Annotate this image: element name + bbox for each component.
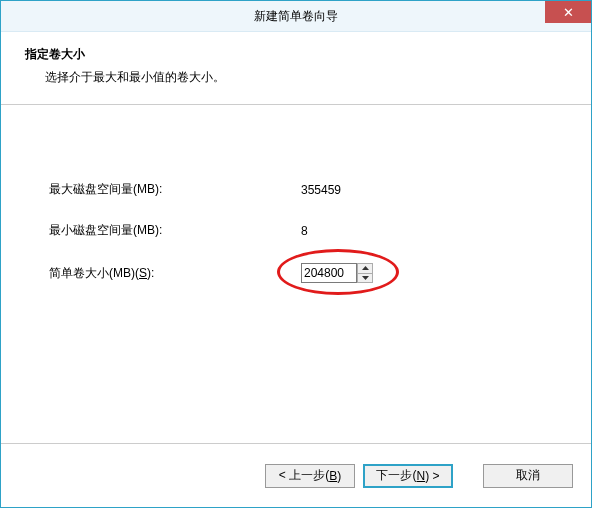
hotkey-b: B [329, 469, 337, 483]
volume-size-spinner [301, 263, 373, 283]
back-button[interactable]: < 上一步(B) [265, 464, 355, 488]
close-icon: ✕ [563, 5, 574, 20]
next-button[interactable]: 下一步(N) > [363, 464, 453, 488]
chevron-up-icon [362, 266, 369, 270]
window-title: 新建简单卷向导 [254, 8, 338, 25]
wizard-header: 指定卷大小 选择介于最大和最小值的卷大小。 [1, 32, 591, 105]
label-max-disk-space: 最大磁盘空间量(MB): [49, 181, 301, 198]
row-max-disk-space: 最大磁盘空间量(MB): 355459 [49, 181, 591, 198]
hotkey-n: N [416, 469, 425, 483]
spinner-down-button[interactable] [358, 274, 372, 283]
row-min-disk-space: 最小磁盘空间量(MB): 8 [49, 222, 591, 239]
spinner-up-button[interactable] [358, 264, 372, 274]
label-volume-size: 简单卷大小(MB)(S): [49, 265, 301, 282]
close-button[interactable]: ✕ [545, 1, 591, 23]
wizard-body: 最大磁盘空间量(MB): 355459 最小磁盘空间量(MB): 8 简单卷大小… [1, 101, 591, 443]
header-subtitle: 选择介于最大和最小值的卷大小。 [45, 69, 571, 86]
value-min-disk-space: 8 [301, 224, 308, 238]
chevron-down-icon [362, 276, 369, 280]
value-max-disk-space: 355459 [301, 183, 341, 197]
titlebar: 新建简单卷向导 ✕ [1, 1, 591, 32]
svg-marker-0 [362, 266, 369, 270]
cancel-button[interactable]: 取消 [483, 464, 573, 488]
hotkey-s: S [139, 266, 147, 280]
svg-marker-1 [362, 276, 369, 280]
row-volume-size: 简单卷大小(MB)(S): [49, 263, 591, 283]
wizard-footer: < 上一步(B) 下一步(N) > 取消 [1, 443, 591, 507]
label-min-disk-space: 最小磁盘空间量(MB): [49, 222, 301, 239]
wizard-window: 新建简单卷向导 ✕ 指定卷大小 选择介于最大和最小值的卷大小。 最大磁盘空间量(… [0, 0, 592, 508]
volume-size-input[interactable] [301, 263, 357, 283]
spinner-buttons [357, 263, 373, 283]
header-title: 指定卷大小 [25, 46, 571, 63]
